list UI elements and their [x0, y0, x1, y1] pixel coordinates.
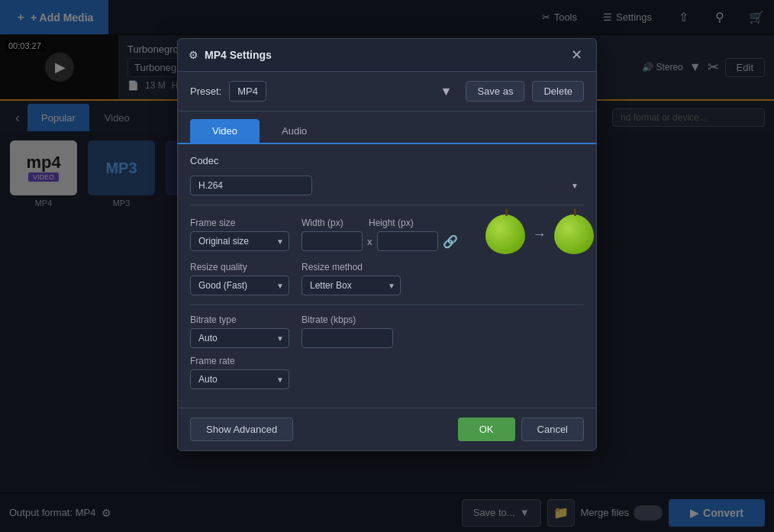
- modal-video-tab-content: Codec H.264 ▼ Frame size Original size ▼: [178, 143, 596, 408]
- modal-header: ⚙ MP4 Settings ✕: [178, 39, 596, 72]
- bitrate-type-col: Bitrate type Auto ▼: [190, 314, 289, 348]
- frame-size-label: Frame size: [190, 218, 289, 228]
- frame-size-select[interactable]: Original size: [190, 231, 289, 251]
- save-as-button[interactable]: Save as: [466, 81, 524, 102]
- codec-section: Codec H.264 ▼: [190, 155, 584, 195]
- resize-method-select-wrap: Letter Box ▼: [302, 276, 401, 295]
- mp4-settings-modal: ⚙ MP4 Settings ✕ Preset: MP4 ▼ Save as D…: [177, 38, 597, 451]
- framerate-col: Frame rate Auto ▼: [190, 356, 289, 389]
- bitrate-row: Bitrate type Auto ▼ Bitrate (kbps): [190, 314, 584, 348]
- framerate-label: Frame rate: [190, 356, 289, 366]
- framerate-row: Frame rate Auto ▼: [190, 356, 584, 389]
- bitrate-type-select-wrap: Auto ▼: [190, 328, 289, 348]
- divider-2: [190, 305, 584, 305]
- codec-arrow-icon: ▼: [571, 182, 579, 190]
- dimensions-col: Width (px) Height (px) x 🔗: [302, 218, 458, 251]
- resize-quality-col: Resize quality Good (Fast) ▼: [190, 262, 289, 295]
- wh-labels: Width (px) Height (px): [302, 218, 458, 228]
- ok-button[interactable]: OK: [458, 418, 515, 441]
- apple-before: [485, 214, 525, 254]
- modal-footer: Show Advanced OK Cancel: [178, 408, 596, 450]
- resize-preview: →: [485, 214, 594, 254]
- preset-arrow-icon: ▼: [440, 85, 453, 98]
- modal-tabs: Video Audio: [178, 111, 596, 143]
- arrow-icon: →: [533, 227, 547, 243]
- resize-quality-select-wrap: Good (Fast) ▼: [190, 276, 289, 295]
- resize-method-col: Resize method Letter Box ▼: [302, 262, 401, 295]
- show-advanced-button[interactable]: Show Advanced: [190, 418, 293, 441]
- times-label: x: [367, 236, 372, 247]
- tab-audio[interactable]: Audio: [260, 119, 329, 143]
- frame-size-col: Frame size Original size ▼: [190, 218, 289, 251]
- bitrate-type-select[interactable]: Auto: [190, 328, 289, 348]
- bitrate-label: Bitrate (kbps): [302, 314, 393, 325]
- resize-method-label: Resize method: [302, 262, 401, 272]
- frame-size-row: Frame size Original size ▼ Width (px) He…: [190, 214, 584, 254]
- divider-1: [190, 205, 584, 205]
- modal-close-button[interactable]: ✕: [568, 47, 585, 63]
- codec-select-wrap: H.264 ▼: [190, 176, 584, 195]
- preset-select[interactable]: MP4: [229, 81, 266, 102]
- modal-preset-row: Preset: MP4 ▼ Save as Delete: [178, 72, 596, 111]
- link-dimensions-icon[interactable]: 🔗: [443, 234, 458, 249]
- frame-size-select-wrap: Original size ▼: [190, 231, 289, 251]
- cancel-button[interactable]: Cancel: [521, 418, 584, 441]
- bitrate-input[interactable]: [302, 328, 393, 348]
- codec-select[interactable]: H.264: [190, 176, 312, 195]
- resize-row: Resize quality Good (Fast) ▼ Resize meth…: [190, 262, 584, 295]
- resize-quality-label: Resize quality: [190, 262, 289, 272]
- resize-method-select[interactable]: Letter Box: [302, 276, 401, 295]
- width-input[interactable]: [302, 231, 363, 251]
- modal-footer-actions: OK Cancel: [458, 418, 584, 441]
- resize-quality-select[interactable]: Good (Fast): [190, 276, 289, 295]
- codec-label: Codec: [190, 155, 584, 166]
- framerate-select[interactable]: Auto: [190, 369, 289, 389]
- height-input[interactable]: [377, 231, 438, 251]
- framerate-select-wrap: Auto ▼: [190, 369, 289, 389]
- apple-after: [554, 214, 594, 254]
- bitrate-type-label: Bitrate type: [190, 314, 289, 325]
- bitrate-col: Bitrate (kbps): [302, 314, 393, 348]
- width-label: Width (px): [302, 218, 363, 228]
- preset-label: Preset:: [190, 85, 221, 97]
- height-label: Height (px): [369, 218, 430, 228]
- modal-icon: ⚙: [189, 49, 198, 61]
- tab-video[interactable]: Video: [190, 119, 260, 143]
- preset-select-wrapper: MP4 ▼: [229, 81, 458, 102]
- delete-preset-button[interactable]: Delete: [532, 81, 584, 102]
- wh-inputs: x 🔗: [302, 231, 458, 251]
- modal-title: MP4 Settings: [205, 49, 568, 61]
